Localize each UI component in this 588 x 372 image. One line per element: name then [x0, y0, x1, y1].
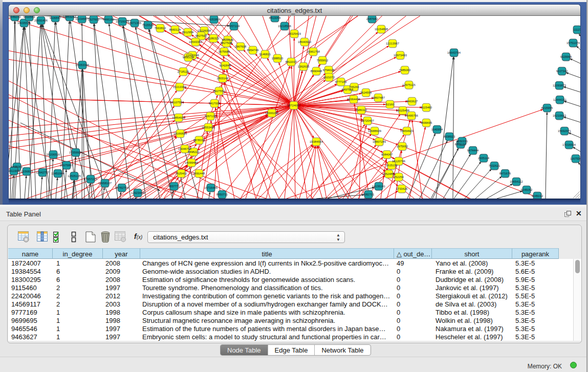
svg-text:746266: 746266: [349, 85, 359, 89]
svg-text:7515526: 7515526: [142, 24, 154, 27]
svg-text:9463627: 9463627: [406, 100, 418, 103]
svg-text:20053346: 20053346: [76, 63, 89, 67]
svg-text:9082701: 9082701: [363, 193, 375, 196]
svg-text:10853257: 10853257: [63, 16, 76, 18]
svg-text:23226058: 23226058: [198, 29, 211, 32]
svg-text:7625402: 7625402: [176, 172, 187, 175]
svg-text:10025458: 10025458: [396, 109, 409, 112]
svg-text:15716485: 15716485: [204, 186, 217, 189]
svg-text:11156829: 11156829: [20, 170, 33, 173]
svg-text:16053809: 16053809: [207, 18, 221, 21]
svg-text:19384554: 19384554: [310, 140, 323, 143]
svg-text:1588520: 1588520: [272, 57, 284, 60]
svg-text:6794028: 6794028: [323, 69, 335, 72]
svg-text:8822037: 8822037: [286, 60, 297, 63]
svg-text:10973493: 10973493: [394, 54, 407, 57]
svg-text:9498222: 9498222: [188, 150, 200, 154]
svg-text:8878336: 8878336: [193, 139, 205, 142]
svg-text:20691406: 20691406: [34, 19, 48, 22]
svg-text:15692971: 15692971: [558, 129, 571, 133]
svg-text:20206516: 20206516: [47, 153, 60, 156]
svg-text:3675685: 3675685: [219, 50, 230, 53]
svg-text:8912954: 8912954: [182, 31, 194, 34]
svg-text:1621072: 1621072: [323, 76, 335, 79]
svg-text:19218506: 19218506: [278, 25, 291, 28]
svg-text:16671355: 16671355: [128, 21, 141, 25]
svg-text:11451944: 11451944: [51, 172, 64, 175]
svg-text:7986322: 7986322: [356, 108, 367, 112]
svg-text:3267130: 3267130: [205, 115, 216, 118]
svg-text:3624554: 3624554: [360, 91, 372, 94]
svg-text:9650331: 9650331: [456, 140, 468, 143]
svg-text:8813054: 8813054: [269, 16, 281, 19]
svg-text:9699695: 9699695: [421, 121, 432, 124]
svg-text:252254: 252254: [394, 176, 404, 179]
svg-text:17957225: 17957225: [84, 178, 97, 181]
svg-text:12213967: 12213967: [386, 42, 399, 45]
svg-text:2967608: 2967608: [235, 45, 247, 48]
svg-text:14035571: 14035571: [17, 21, 31, 25]
svg-text:9890124: 9890124: [183, 56, 194, 59]
svg-text:8427552: 8427552: [213, 90, 225, 93]
svg-text:9227342: 9227342: [556, 70, 568, 73]
svg-text:6466160: 6466160: [103, 18, 115, 21]
svg-text:18640910: 18640910: [298, 40, 311, 43]
svg-text:19654923: 19654923: [400, 129, 413, 133]
svg-text:9329966: 9329966: [560, 55, 572, 58]
svg-text:8990448: 8990448: [311, 70, 322, 73]
svg-text:9115460: 9115460: [421, 106, 432, 109]
svg-text:14099489: 14099489: [185, 161, 198, 164]
svg-text:10688609: 10688609: [368, 129, 381, 133]
svg-text:1362615: 1362615: [298, 65, 310, 68]
svg-text:17359924: 17359924: [69, 151, 83, 154]
svg-text:7632621: 7632621: [489, 164, 500, 167]
svg-text:7485063: 7485063: [399, 69, 411, 72]
svg-text:8454749: 8454749: [247, 49, 259, 52]
svg-text:15720407: 15720407: [361, 119, 374, 122]
svg-text:2687682: 2687682: [366, 17, 378, 20]
svg-text:12093873: 12093873: [553, 84, 566, 87]
svg-text:7357224: 7357224: [228, 25, 240, 28]
svg-text:9474444: 9474444: [467, 149, 479, 152]
svg-text:62160: 62160: [386, 103, 394, 106]
svg-text:8660124: 8660124: [169, 28, 181, 31]
svg-text:12444151: 12444151: [553, 98, 567, 101]
svg-text:10654112: 10654112: [510, 180, 522, 183]
svg-text:7955812: 7955812: [317, 59, 329, 62]
svg-text:18300295: 18300295: [265, 112, 278, 115]
svg-text:1975692: 1975692: [397, 145, 408, 148]
svg-text:9245012: 9245012: [532, 194, 543, 198]
svg-text:6879197: 6879197: [455, 143, 467, 146]
svg-text:16120746: 16120746: [392, 160, 405, 163]
svg-text:7663822: 7663822: [155, 27, 166, 30]
svg-text:16210643: 16210643: [553, 114, 566, 117]
svg-text:15495756: 15495756: [405, 114, 418, 117]
svg-text:13325419: 13325419: [288, 32, 301, 35]
svg-text:9084067: 9084067: [381, 153, 393, 156]
svg-text:9310563: 9310563: [24, 16, 35, 18]
svg-text:18724007: 18724007: [287, 104, 300, 107]
svg-text:1615132: 1615132: [386, 164, 398, 167]
svg-text:9417006: 9417006: [209, 102, 221, 105]
svg-text:9242848: 9242848: [220, 64, 231, 67]
svg-text:9827508: 9827508: [221, 41, 232, 45]
svg-text:1527602: 1527602: [88, 18, 100, 21]
svg-text:2803144: 2803144: [217, 77, 229, 80]
svg-text:10807487: 10807487: [372, 96, 385, 99]
svg-text:9657771: 9657771: [168, 185, 180, 188]
svg-text:9146821: 9146821: [259, 53, 271, 56]
svg-text:11234557: 11234557: [75, 17, 88, 20]
svg-text:16961758: 16961758: [307, 50, 320, 53]
svg-text:2718126: 2718126: [178, 70, 189, 73]
svg-text:9777169: 9777169: [335, 80, 347, 83]
svg-text:11123: 11123: [573, 28, 580, 31]
svg-text:16543362: 16543362: [189, 40, 202, 43]
svg-text:19166825: 19166825: [173, 132, 187, 135]
svg-text:10958107: 10958107: [98, 182, 112, 185]
svg-text:2935114: 2935114: [478, 157, 490, 160]
svg-text:8215955: 8215955: [541, 106, 553, 110]
svg-text:1435061: 1435061: [11, 165, 23, 168]
svg-text:1640954: 1640954: [431, 128, 443, 131]
svg-text:9311931: 9311931: [9, 169, 19, 172]
svg-text:8186323: 8186323: [208, 37, 220, 40]
